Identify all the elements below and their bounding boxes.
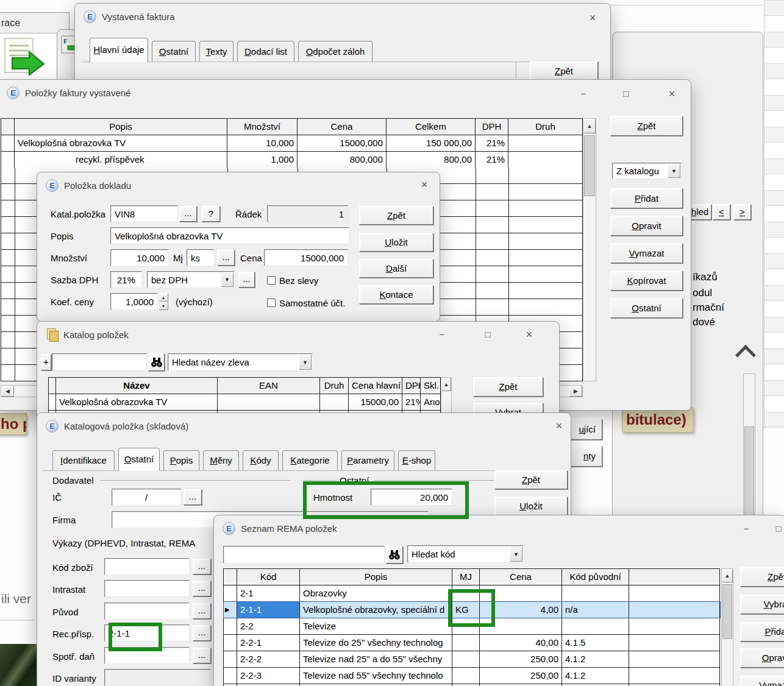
cell-nazev[interactable]: Velkoplošná obrazovka TV [56,394,218,411]
row-marker-cell[interactable] [1,152,15,168]
edit-button[interactable]: Opravit [610,216,683,236]
cena-field[interactable]: 15000,000 [264,249,348,266]
cell-cena[interactable]: 15000,00 [349,394,402,411]
close-icon[interactable]: × [418,179,431,191]
scroll-to-top-icon[interactable] [735,345,756,366]
back-button[interactable]: Zpět [473,377,543,397]
cell-popis[interactable]: Televize nad 55" všechny technolo [300,668,452,684]
cell-orig[interactable]: 4.1.5 [562,635,629,651]
cell-cena[interactable]: 250,00 [480,651,562,668]
col-header[interactable]: Skl. [421,378,441,394]
puvod-lookup-button[interactable]: ... [193,603,211,619]
col-header[interactable]: Kód [237,569,300,585]
samostatne-uct-checkbox[interactable] [267,299,276,307]
cell-cena[interactable]: 800,000 [298,152,387,168]
col-header[interactable]: Cena [480,569,562,585]
spinner-down-icon[interactable]: ▼ [159,302,168,310]
search-input[interactable] [223,546,385,564]
cell-druh[interactable] [508,152,583,168]
tab-odpocet-zaloh[interactable]: Odpočet záloh [298,41,372,62]
row-marker-cell[interactable] [224,618,237,635]
scroll-up-icon[interactable]: ▲ [583,119,596,133]
cell-popis[interactable]: Televize do 25" všechny technolog [300,635,452,651]
tab-ostatni[interactable]: Ostatní [152,41,196,62]
cell-popis[interactable]: Velkoplošné obrazovky, speciální d [300,602,452,618]
bez-slevy-checkbox[interactable] [267,276,276,285]
col-header[interactable]: Název [56,378,218,394]
col-header[interactable]: Množství [227,119,298,135]
close-icon[interactable]: × [586,12,599,24]
row-marker-cell[interactable]: ▶ [224,602,237,618]
puvod-field[interactable] [104,603,190,620]
cell-cena[interactable]: 15000,000 [298,135,387,152]
mj-lookup-button[interactable]: ... [217,250,235,266]
row-marker-cell[interactable] [1,135,15,152]
dph-type-combo[interactable]: bez DPH ▼ [147,271,235,288]
close-icon[interactable]: × [522,328,536,341]
other-button[interactable]: Ostatní [610,298,683,318]
maximize-icon[interactable]: □ [481,328,494,341]
scroll-up-icon[interactable]: ▲ [722,569,733,582]
search-mode-combo[interactable]: Hledat kód ▼ [407,545,524,563]
back-button[interactable]: Zpět [494,470,568,489]
koef-ceny-field[interactable]: 1,0000 [110,293,158,310]
tab-eshop[interactable]: E-shop [398,450,435,471]
ic-field[interactable]: / [112,489,181,506]
katal-polozka-field[interactable]: VIN8 [110,205,178,222]
back-button[interactable]: Zpět [359,206,433,225]
intrastat-field[interactable] [104,580,190,597]
chevron-down-icon[interactable]: ▼ [668,164,680,178]
tab-ostatni[interactable]: Ostatní [118,448,160,471]
search-binoculars-icon[interactable] [148,353,165,371]
col-header[interactable]: Popis [300,569,452,585]
col-header[interactable]: Cena [298,119,387,135]
add-button[interactable]: Přidat [740,622,784,642]
items-scrollbar-thumb[interactable] [584,135,595,196]
col-header[interactable]: DPH [476,119,508,135]
cell-kod[interactable]: 2-2-1 [237,635,300,651]
ic-lookup-button[interactable]: ... [184,489,202,505]
cell-mnozstvi[interactable]: 10,000 [227,135,298,152]
select-button[interactable]: Vybrat [740,595,784,614]
col-header[interactable]: Kód původní [562,569,629,585]
kontace-button[interactable]: Kontace [359,285,433,304]
intrastat-lookup-button[interactable]: ... [193,581,211,596]
minimize-icon[interactable]: − [435,328,449,341]
spotr-dan-lookup-button[interactable]: ... [193,648,211,663]
document-green-arrow-icon[interactable] [1,37,45,81]
save-button[interactable]: Uložit [359,233,433,252]
katal-lookup-button[interactable]: ... [179,206,197,222]
cell-druh[interactable] [320,394,349,411]
col-header[interactable]: Cena hlavní [349,378,402,394]
scroll-right-icon[interactable]: ▶ [569,386,582,397]
tab-parametry[interactable]: Parametry [341,450,394,471]
popis-field[interactable]: Velkoplošná obrazovka TV [110,227,349,244]
row-marker-cell[interactable] [224,635,237,651]
copy-button[interactable]: Kopírovat [610,271,683,291]
cell-celkem[interactable]: 800,00 [387,152,476,168]
items-vertical-scrollbar[interactable]: ▲ [583,118,596,381]
back-button[interactable]: Zpět [610,116,683,136]
cell-kod[interactable]: 2-1 [237,585,300,602]
tab-kody[interactable]: Kódy [243,450,279,471]
scroll-up-icon[interactable]: ▲ [441,378,451,391]
row-marker-cell[interactable] [224,585,237,602]
tab-dodaci-list[interactable]: Dodací list [237,41,294,62]
rema-scrollbar-thumb[interactable] [722,584,732,639]
cell-kod[interactable]: 2-2-2 [237,651,300,668]
tab-kategorie[interactable]: Kategorie [282,450,338,471]
hled-button-fragment[interactable]: hled [688,204,711,220]
chevron-down-icon[interactable]: ▼ [299,355,312,370]
delete-button[interactable]: Vymazat [610,243,683,263]
search-input[interactable] [52,353,147,371]
close-icon[interactable]: × [665,88,679,100]
cell-popis[interactable]: Televize nad 25" a do 55" všechny [300,651,452,668]
col-header[interactable]: MJ [452,569,480,585]
col-header[interactable]: Popis [15,119,227,135]
cell-orig[interactable]: 4.1.2 [562,651,629,668]
minimize-icon[interactable]: − [577,88,590,100]
minimize-icon[interactable]: − [739,523,753,535]
cell-kod[interactable]: 2-2-3 [237,668,300,684]
cell-orig[interactable]: 4.1.2 [562,668,629,684]
dph-lookup-button[interactable]: ... [238,272,255,288]
